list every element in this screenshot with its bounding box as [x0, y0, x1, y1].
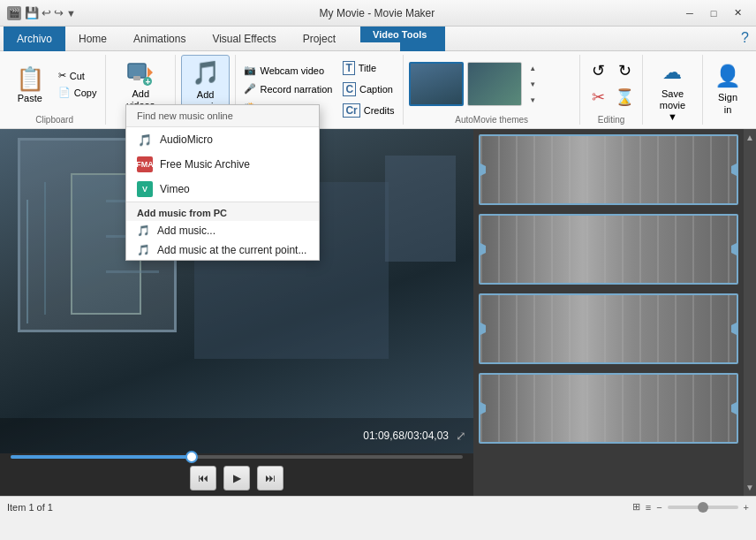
themes-scroll-down[interactable]: ▼	[525, 93, 540, 107]
timeline-thumb[interactable]	[185, 451, 198, 463]
paste-label: Paste	[18, 93, 42, 103]
story-strip-4[interactable]	[479, 373, 738, 444]
trim-button[interactable]: ✂	[586, 85, 610, 110]
share-content: ☁ Savemovie ▼	[648, 55, 697, 127]
editing-label: Editing	[598, 113, 625, 125]
redo-icon[interactable]: ↪	[54, 6, 64, 19]
record-narration-button[interactable]: 🎤 Record narration	[240, 81, 336, 96]
timeline-fill	[11, 455, 192, 459]
webcam-button[interactable]: 📷 Webcam video	[240, 63, 336, 78]
theme-video-1	[411, 64, 462, 104]
prev-frame-button[interactable]: ⏮	[190, 466, 216, 491]
next-frame-button[interactable]: ⏭	[257, 466, 284, 491]
credits-button[interactable]: Cr Credits	[339, 102, 397, 119]
editing-group: ↺ ↻ ✂ ⌛ Editing	[580, 55, 643, 125]
add-music-icon: 🎵	[192, 59, 220, 87]
add-music-item[interactable]: 🎵 Add music...	[126, 221, 319, 240]
record-narration-label: Record narration	[260, 84, 332, 95]
split-button[interactable]: ⌛	[612, 85, 637, 110]
caption-button[interactable]: C Caption	[339, 80, 397, 98]
add-music-at-point-item[interactable]: 🎵 Add music at the current point...	[126, 240, 319, 260]
story-strip-2-inner	[480, 216, 737, 283]
clipboard-group-content: 📋 Paste ✂ Cut 📄 Copy	[9, 55, 101, 113]
copy-icon: 📄	[58, 87, 71, 98]
view-type-icon-1[interactable]: ⊞	[632, 501, 640, 513]
storyboard-scroll-down[interactable]: ▼	[744, 481, 756, 494]
title-icon: T	[343, 61, 354, 75]
minimize-button[interactable]: ─	[678, 4, 701, 22]
video-line-5	[106, 270, 159, 273]
video-expand-button[interactable]: ⤢	[456, 429, 466, 443]
title-button[interactable]: T Title	[339, 59, 397, 77]
copy-button[interactable]: 📄 Copy	[55, 85, 101, 100]
tab-visual-effects[interactable]: Visual Effects	[199, 27, 289, 51]
story-strip-3[interactable]	[479, 293, 738, 364]
vimeo-item[interactable]: V Vimeo	[126, 177, 319, 202]
main-area: 01:09,68/03:04,03 ⤢ ⏮ ▶ ⏭ ▲ ▼	[0, 129, 756, 496]
story-strip-1-inner	[480, 136, 737, 203]
free-music-archive-item[interactable]: FMA Free Music Archive	[126, 152, 319, 177]
signin-content: 👤 Signin	[708, 55, 747, 123]
storyboard-scroll-up[interactable]: ▲	[744, 131, 756, 144]
close-button[interactable]: ✕	[726, 4, 749, 22]
undo-icon[interactable]: ↩	[42, 6, 51, 19]
zoom-in-button[interactable]: +	[744, 502, 749, 513]
storyboard-scrollbar: ▲ ▼	[744, 129, 756, 496]
cut-button[interactable]: ✂ Cut	[55, 68, 101, 83]
timeline-track[interactable]	[11, 455, 463, 459]
view-type-icon-2[interactable]: ≡	[646, 502, 651, 513]
signin-group-label	[708, 123, 747, 125]
sign-in-button[interactable]: 👤 Signin	[708, 58, 747, 118]
add-videos-icon: +	[126, 58, 155, 87]
story-strip-1[interactable]	[479, 134, 738, 205]
paste-icon: 📋	[16, 65, 44, 93]
clipboard-label: Clipboard	[35, 113, 73, 125]
add-music-item-label: Add music...	[157, 224, 215, 237]
maximize-button[interactable]: □	[702, 4, 725, 22]
automovie-themes-label: AutoMovie themes	[409, 113, 574, 125]
themes-scroll-up[interactable]: ▲	[525, 61, 540, 75]
video-line-2	[44, 182, 46, 315]
save-movie-button[interactable]: ☁ Savemovie ▼	[648, 55, 697, 127]
save-movie-label: Savemovie ▼	[654, 88, 692, 124]
rotate-right-button[interactable]: ↻	[612, 58, 637, 83]
video-overlay: 01:09,68/03:04,03 ⤢	[0, 418, 473, 453]
tab-archivo[interactable]: Archivo	[4, 27, 65, 51]
themes-content: ▲ ▼ ▼	[409, 55, 574, 113]
tab-home[interactable]: Home	[65, 27, 120, 51]
audiomicro-item[interactable]: 🎵 AudioMicro	[126, 127, 319, 152]
save-icon[interactable]: 💾	[25, 6, 39, 19]
zoom-bar[interactable]	[668, 506, 738, 509]
window-title: My Movie - Movie Maker	[76, 7, 678, 19]
audiomicro-icon: 🎵	[137, 132, 153, 148]
play-pause-button[interactable]: ▶	[223, 466, 250, 491]
app-icon: 🎬	[7, 6, 21, 20]
zoom-thumb[interactable]	[698, 502, 708, 513]
add-music-dropdown: Find new music online 🎵 AudioMicro FMA F…	[125, 104, 320, 261]
vimeo-icon: V	[137, 181, 153, 197]
rotate-left-button[interactable]: ↺	[586, 58, 610, 83]
theme-preview-1[interactable]	[409, 62, 464, 106]
themes-scroll-controls: ▲ ▼ ▼	[525, 61, 540, 107]
story-strip-4-inner	[480, 375, 737, 442]
storyboard: ▲ ▼	[473, 129, 756, 496]
zoom-out-button[interactable]: −	[656, 502, 662, 513]
add-music-at-point-icon: 🎵	[137, 244, 150, 256]
audiomicro-label: AudioMicro	[160, 133, 213, 146]
video-tools-tab[interactable]: Video Tools	[360, 27, 439, 42]
help-icon[interactable]: ?	[741, 30, 749, 46]
paste-button[interactable]: 📋 Paste	[9, 62, 51, 107]
credits-label: Credits	[364, 105, 395, 116]
fma-icon: FMA	[137, 156, 153, 172]
video-timestamp: 01:09,68/03:04,03	[363, 430, 449, 442]
themes-scroll-expand[interactable]: ▼	[525, 77, 540, 91]
signin-group: 👤 Signin	[703, 55, 752, 125]
caption-label: Caption	[359, 84, 393, 95]
theme-preview-2[interactable]	[467, 62, 522, 106]
tab-animations[interactable]: Animations	[120, 27, 199, 51]
quick-access-toolbar: 💾 ↩ ↪ ▼	[25, 6, 76, 19]
status-right: ⊞ ≡ − +	[632, 501, 749, 513]
tab-project[interactable]: Project	[290, 27, 349, 51]
svg-rect-0	[128, 64, 146, 78]
story-strip-2[interactable]	[479, 214, 738, 285]
